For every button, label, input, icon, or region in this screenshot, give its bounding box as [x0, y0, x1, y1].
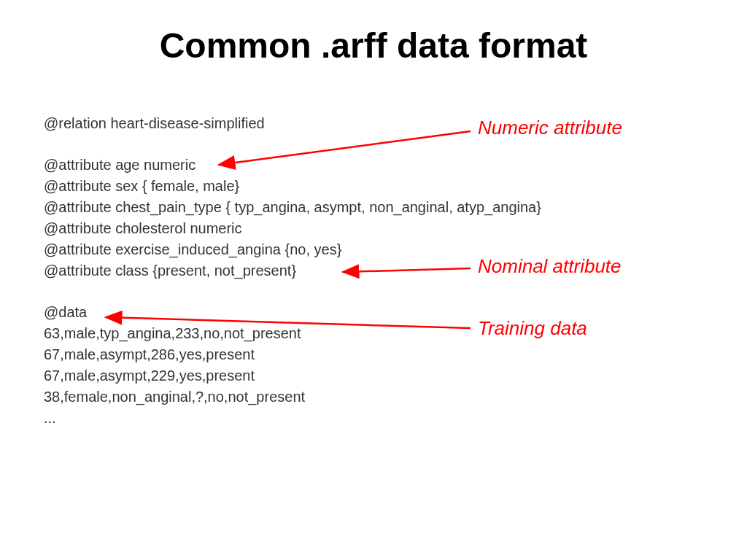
annotation-nominal: Nominal attribute [478, 255, 622, 278]
annotation-numeric: Numeric attribute [478, 117, 622, 139]
attribute-sex-line: @attribute sex { female, male} [44, 176, 541, 197]
data-row-4: 38,female,non_anginal,?,no,not_present [44, 386, 541, 408]
attribute-class-line: @attribute class {present, not_present} [44, 260, 541, 281]
attribute-angina-line: @attribute exercise_induced_angina {no, … [44, 239, 541, 260]
data-ellipsis: ... [44, 408, 541, 429]
relation-line: @relation heart-disease-simplified [44, 113, 541, 134]
data-row-2: 67,male,asympt,286,yes,present [44, 344, 541, 365]
arff-code-block: @relation heart-disease-simplified @attr… [44, 113, 541, 429]
attribute-age-line: @attribute age numeric [44, 155, 541, 176]
data-header-line: @data [44, 302, 541, 323]
data-row-3: 67,male,asympt,229,yes,present [44, 365, 541, 386]
slide-title: Common .arff data format [0, 0, 747, 88]
attribute-cholesterol-line: @attribute cholesterol numeric [44, 218, 541, 239]
attribute-chest-pain-line: @attribute chest_pain_type { typ_angina,… [44, 197, 541, 218]
annotation-training: Training data [478, 317, 587, 340]
blank-line [44, 134, 541, 155]
data-row-1: 63,male,typ_angina,233,no,not_present [44, 323, 541, 344]
blank-line [44, 281, 541, 302]
